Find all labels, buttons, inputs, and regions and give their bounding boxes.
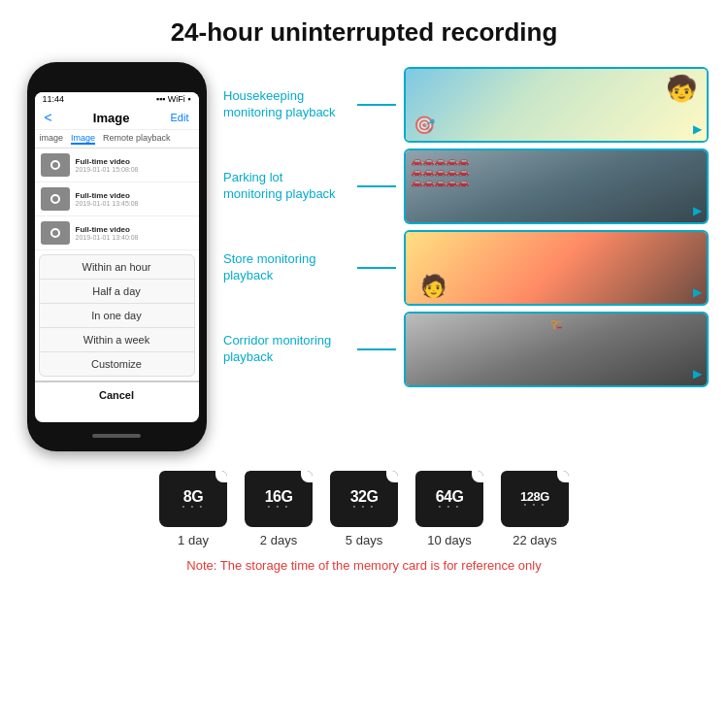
store-person: 🧑 — [420, 274, 447, 299]
store-image: 🧑 — [406, 232, 707, 304]
panel-img-corridor: 🏗️ — [404, 312, 709, 387]
storage-days-32g: 5 days — [346, 533, 382, 547]
dropdown-item-1[interactable]: Within an hour — [40, 255, 194, 280]
storage-section: 8G • • • 1 day 16G • • • 2 days 32G • • … — [0, 456, 728, 552]
phone-tabs: image Image Remote playback — [35, 130, 199, 149]
item-date-1: 2019-01-01 15:08:08 — [76, 166, 139, 173]
sd-card-64g: 64G • • • — [415, 471, 483, 527]
phone-nav-title: Image — [93, 111, 130, 125]
phone-nav-bar: < Image Edit — [35, 106, 199, 130]
dropdown-item-4[interactable]: Within a week — [40, 328, 194, 352]
dropdown-item-5[interactable]: Customize — [40, 352, 194, 376]
sd-card-16g: 16G • • • — [245, 471, 313, 527]
panel-label-store: Store monitoringplayback — [223, 251, 349, 284]
phone-home-bar — [92, 434, 141, 438]
panel-label-parking: Parking lotmonitoring playback — [223, 170, 349, 203]
sd-card-128g: 128G • • • — [501, 471, 569, 527]
phone-tab-image2[interactable]: Image — [71, 133, 95, 145]
connector-4 — [357, 348, 396, 350]
play-icon-1 — [50, 160, 60, 170]
sd-notch-3 — [386, 471, 398, 482]
play-icon-3 — [50, 228, 60, 238]
storage-days-8g: 1 day — [178, 533, 209, 547]
phone-tab-remote[interactable]: Remote playback — [103, 133, 171, 145]
right-panels: Housekeepingmonitoring playback 🧒 🎯 Park… — [223, 62, 709, 387]
storage-days-16g: 2 days — [260, 533, 297, 547]
parking-detail: 🚗🚗🚗🚗🚗🚗🚗🚗🚗🚗🚗🚗🚗🚗🚗 — [411, 155, 469, 187]
panel-img-store: 🧑 — [404, 230, 709, 306]
phone-list-item-3: Full-time video 2019-01-01 13:40:08 — [35, 216, 199, 250]
phone-list-item-2: Full-time video 2019-01-01 13:45:08 — [35, 182, 199, 216]
note-text: Note: The storage time of the memory car… — [186, 558, 541, 573]
storage-days-64g: 10 days — [427, 533, 472, 547]
stairs-detail: 🏗️ — [550, 318, 562, 329]
sd-dots-4: • • • — [439, 502, 461, 511]
phone-status-bar: 11:44 ▪▪▪ WiFi ▪ — [35, 92, 199, 106]
phone-back-button[interactable]: < — [45, 110, 52, 125]
sd-card-8g: 8G • • • — [159, 471, 227, 527]
phone-mockup: 11:44 ▪▪▪ WiFi ▪ < Image Edit image Imag… — [19, 62, 214, 451]
panel-label-housekeeping: Housekeepingmonitoring playback — [223, 88, 349, 121]
dropdown-item-2[interactable]: Half a day — [40, 280, 194, 304]
phone-bottom-bar — [35, 422, 199, 442]
phone-device: 11:44 ▪▪▪ WiFi ▪ < Image Edit image Imag… — [27, 62, 207, 451]
connector-1 — [357, 104, 396, 106]
page-title: 24-hour uninterrupted recording — [19, 17, 709, 48]
phone-thumb-1 — [41, 153, 70, 177]
phone-item-text-2: Full-time video 2019-01-01 13:45:08 — [76, 191, 139, 207]
carpet-detail: 🎯 — [414, 115, 435, 136]
sd-notch-2 — [301, 471, 313, 482]
panel-img-housekeeping: 🧒 🎯 — [404, 67, 709, 143]
panel-row-housekeeping: Housekeepingmonitoring playback 🧒 🎯 — [223, 67, 709, 143]
sd-dots-1: • • • — [182, 502, 205, 511]
sd-dots-3: • • • — [353, 502, 376, 511]
phone-screen: 11:44 ▪▪▪ WiFi ▪ < Image Edit image Imag… — [35, 92, 199, 422]
main-content: 11:44 ▪▪▪ WiFi ▪ < Image Edit image Imag… — [0, 62, 728, 451]
storage-item-16g: 16G • • • 2 days — [245, 471, 313, 547]
storage-days-128g: 22 days — [513, 533, 557, 547]
connector-2 — [357, 185, 396, 187]
sd-dots-5: • • • — [524, 500, 546, 509]
phone-edit-button[interactable]: Edit — [171, 112, 189, 123]
storage-item-32g: 32G • • • 5 days — [330, 471, 398, 547]
phone-signal: ▪▪▪ WiFi ▪ — [156, 94, 191, 104]
child-figure: 🧒 — [666, 74, 697, 104]
phone-list-item: Full-time video 2019-01-01 15:08:08 — [35, 149, 199, 182]
item-date-2: 2019-01-01 13:45:08 — [76, 200, 139, 207]
item-title-2: Full-time video — [76, 191, 139, 200]
panel-row-store: Store monitoringplayback 🧑 — [223, 230, 709, 306]
phone-thumb-2 — [41, 187, 70, 211]
sd-card-32g: 32G • • • — [330, 471, 398, 527]
connector-3 — [357, 267, 396, 269]
panel-img-parking: 🚗🚗🚗🚗🚗🚗🚗🚗🚗🚗🚗🚗🚗🚗🚗 — [404, 149, 709, 224]
phone-thumb-3 — [41, 221, 70, 245]
phone-item-text-1: Full-time video 2019-01-01 15:08:08 — [76, 157, 139, 173]
housekeeping-image: 🧒 🎯 — [406, 69, 707, 141]
sd-dots-2: • • • — [268, 502, 290, 511]
storage-note: Note: The storage time of the memory car… — [0, 552, 728, 579]
phone-tab-image[interactable]: image — [40, 133, 64, 145]
page-header: 24-hour uninterrupted recording — [0, 0, 728, 57]
phone-item-text-3: Full-time video 2019-01-01 13:40:08 — [76, 225, 139, 241]
dropdown-item-3[interactable]: In one day — [40, 304, 194, 328]
sd-notch-5 — [557, 471, 569, 482]
panel-row-parking: Parking lotmonitoring playback 🚗🚗🚗🚗🚗🚗🚗🚗🚗… — [223, 149, 709, 224]
phone-notch — [83, 72, 150, 89]
storage-item-128g: 128G • • • 22 days — [501, 471, 569, 547]
phone-time: 11:44 — [43, 94, 65, 104]
storage-item-8g: 8G • • • 1 day — [159, 471, 227, 547]
sd-notch-4 — [472, 471, 483, 482]
panel-row-corridor: Corridor monitoringplayback 🏗️ — [223, 312, 709, 387]
dropdown-cancel-button[interactable]: Cancel — [35, 381, 199, 408]
item-date-3: 2019-01-01 13:40:08 — [76, 234, 139, 241]
panel-label-corridor: Corridor monitoringplayback — [223, 333, 349, 366]
parking-image: 🚗🚗🚗🚗🚗🚗🚗🚗🚗🚗🚗🚗🚗🚗🚗 — [406, 150, 707, 222]
sd-notch-1 — [215, 471, 227, 482]
storage-item-64g: 64G • • • 10 days — [415, 471, 483, 547]
phone-dropdown: Within an hour Half a day In one day Wit… — [39, 254, 195, 377]
play-icon-2 — [50, 194, 60, 204]
item-title-3: Full-time video — [76, 225, 139, 234]
item-title-1: Full-time video — [76, 157, 139, 166]
corridor-image: 🏗️ — [406, 314, 707, 385]
